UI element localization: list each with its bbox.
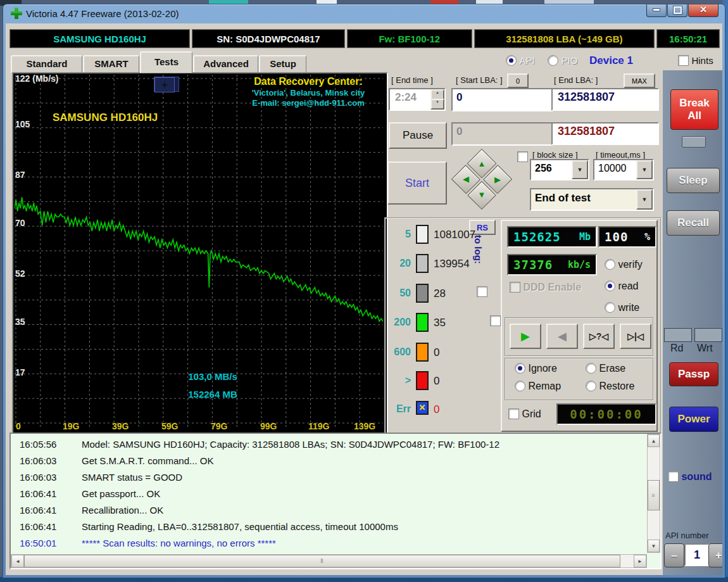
counters-panel: RS to log: 5 1081007 20 139954 50 28 — [387, 218, 498, 431]
bucket-200-log-checkbox[interactable] — [490, 315, 501, 326]
tab-advanced[interactable]: Advanced — [193, 55, 258, 73]
bucket-50-log-checkbox[interactable] — [477, 286, 487, 297]
timeout-value: 10000 — [594, 160, 636, 179]
api-radio[interactable]: API — [506, 55, 535, 66]
x-axis-label: 99G — [260, 421, 277, 431]
verify-radio[interactable]: verify — [605, 259, 643, 270]
start-lba-zero-button[interactable]: 0 — [507, 73, 529, 88]
read-radio[interactable]: read — [605, 281, 638, 292]
end-lba-field[interactable]: 312581807 — [551, 88, 659, 111]
erase-radio[interactable]: Erase — [586, 363, 625, 374]
bucket-gt-label: > — [387, 375, 411, 386]
tab-standard[interactable]: Standard — [11, 55, 82, 73]
block-size-dropdown-icon[interactable]: ▼ — [572, 160, 588, 179]
restore-radio[interactable]: Restore — [586, 381, 634, 392]
ddd-label: DDD Enable — [523, 282, 581, 293]
hints-checkbox[interactable]: Hints — [678, 55, 713, 66]
bucket-err-swatch: ✕ — [416, 401, 429, 415]
horizontal-scroll-thumb[interactable]: ⦀ — [24, 555, 620, 567]
api-minus-button[interactable]: – — [664, 543, 684, 567]
percent-lcd: 100 % — [598, 226, 656, 248]
tab-setup[interactable]: Setup — [259, 55, 306, 73]
api-plus-button[interactable]: + — [708, 543, 722, 567]
start-lba-field[interactable]: 0 — [451, 88, 553, 111]
timer-lcd: 00:00:00 — [556, 403, 656, 425]
ignore-radio[interactable]: Ignore — [515, 363, 557, 374]
drive-firmware: Fw: BF100-12 — [347, 29, 472, 48]
tab-tests[interactable]: Tests — [140, 51, 192, 73]
remap-radio[interactable]: Remap — [515, 381, 561, 392]
api-radio-circle — [506, 55, 517, 66]
log-time: 16:50:01 — [20, 538, 56, 548]
scroll-down-button[interactable]: ▼ — [648, 540, 660, 552]
close-button[interactable]: ✕ — [688, 4, 719, 17]
scroll-up-button[interactable]: ▲ — [648, 434, 660, 447]
passp-button[interactable]: Passp — [669, 362, 719, 386]
pause-button[interactable]: Pause — [389, 122, 447, 149]
ignore-radio-circle — [515, 363, 525, 374]
log-time: 16:06:41 — [20, 488, 56, 499]
minimize-button[interactable] — [646, 4, 667, 17]
block-size-dropdown[interactable]: 256 ▼ — [530, 159, 589, 180]
timeout-dropdown[interactable]: 10000 ▼ — [593, 159, 654, 180]
timer-value: 00:00:00 — [570, 407, 643, 421]
scroll-right-button[interactable]: ► — [634, 555, 646, 567]
scan-to-end-button[interactable]: ▷|◁ — [620, 324, 651, 349]
break-all-label2: All — [687, 110, 701, 122]
grid-checkbox[interactable]: Grid — [508, 408, 541, 420]
log-time: 16:05:56 — [20, 439, 56, 450]
timeout-label: [ timeout,ms ] — [596, 150, 645, 160]
scan-forward-button[interactable]: ▶ — [510, 324, 541, 349]
erase-radio-circle — [586, 363, 596, 374]
timeout-dropdown-icon[interactable]: ▼ — [636, 160, 653, 179]
drive-info-bar: SAMSUNG HD160HJ SN: S0D4JDWPC04817 Fw: B… — [9, 29, 720, 48]
sound-checkbox[interactable]: sound — [668, 471, 712, 483]
log-horizontal-scrollbar[interactable]: ◄ ⦀ ► — [11, 554, 647, 568]
spin-down-icon[interactable]: ▼ — [430, 99, 444, 110]
bucket-20-swatch — [416, 254, 429, 273]
banner-title: Data Recovery Center: — [234, 75, 383, 88]
break-all-button[interactable]: Break All — [670, 89, 719, 130]
api-number-field[interactable]: 1 — [684, 543, 710, 566]
max-button[interactable]: MAX — [624, 73, 655, 88]
remap-radio-circle — [515, 381, 525, 391]
scroll-left-button[interactable]: ◄ — [11, 555, 24, 567]
recall-button[interactable]: Recall — [667, 210, 720, 236]
maximize-button[interactable] — [667, 4, 687, 17]
drive-capacity: 312581808 LBA (~149 GB) — [474, 29, 655, 48]
end-action-dropdown[interactable]: End of test ▼ — [530, 188, 654, 211]
scan-question-button[interactable]: ▷?◁ — [583, 324, 615, 349]
power-button[interactable]: Power — [669, 407, 719, 432]
sleep-button[interactable]: Sleep — [667, 168, 720, 193]
read-label: read — [618, 281, 638, 291]
bucket-20-count: 139954 — [434, 258, 470, 270]
zoom-in-button[interactable]: + — [154, 77, 175, 92]
y-axis-label: 70 — [15, 218, 25, 228]
read-radio-circle — [605, 281, 615, 291]
start-button[interactable]: Start — [387, 161, 447, 205]
wrt-indicator — [694, 328, 722, 342]
defect-action-group: Ignore Remap Erase Restore — [505, 358, 654, 401]
vertical-scroll-thumb[interactable]: ≡ — [648, 480, 660, 510]
write-label: write — [618, 302, 639, 313]
ddd-enable-checkbox: DDD Enable — [510, 282, 581, 293]
grid-checkbox-box — [508, 408, 519, 419]
tab-smart[interactable]: SMART — [83, 55, 139, 73]
scan-back-button[interactable]: ◀ — [546, 324, 578, 349]
screen: Victoria 4.47 Freeware (2013-02-20) ✕ SA… — [0, 0, 728, 582]
pio-radio[interactable]: PIO — [548, 55, 577, 66]
end-lba-label: [ End LBA: ] — [554, 75, 598, 85]
api-number-label: API number — [665, 531, 709, 540]
graph-zoom-control[interactable]: – 8 + — [154, 77, 179, 92]
end-action-dropdown-icon[interactable]: ▼ — [636, 189, 653, 210]
minimize-icon — [653, 8, 660, 11]
end-time-spinner[interactable]: 2:24 ▲ ▼ — [389, 88, 446, 111]
position-value: 152625 — [513, 230, 561, 244]
x-axis-label: 59G — [161, 421, 178, 431]
verify-label: verify — [618, 259, 642, 270]
log-vertical-scrollbar[interactable]: ▲ ≡ ▼ — [647, 434, 660, 553]
nav-checkbox[interactable] — [517, 151, 528, 162]
block-size-value: 256 — [531, 160, 572, 179]
titlebar[interactable]: Victoria 4.47 Freeware (2013-02-20) ✕ — [3, 4, 725, 23]
write-radio[interactable]: write — [605, 302, 639, 313]
